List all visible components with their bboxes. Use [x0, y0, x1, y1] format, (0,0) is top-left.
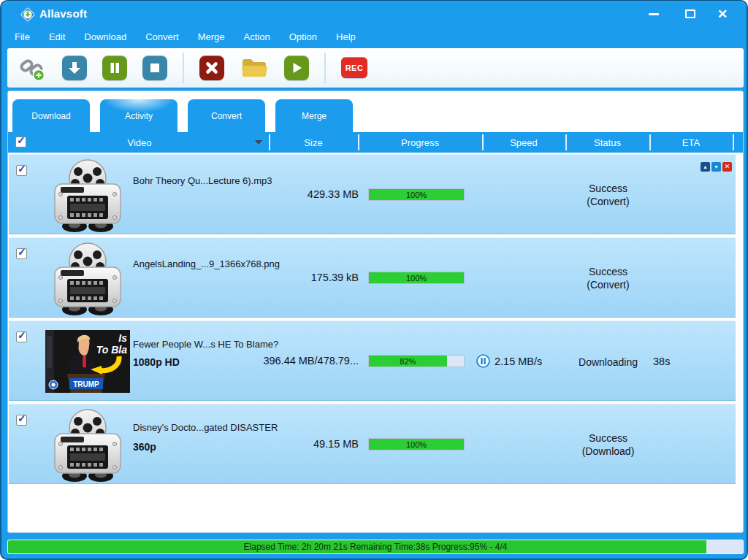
menu-action[interactable]: Action [244, 31, 270, 42]
toolbar-separator [324, 53, 326, 83]
tab-download[interactable]: Download [12, 99, 90, 132]
check-icon: ✓ [18, 163, 26, 174]
overall-progress-bar: Elapsed Time: 2h 20m 21s Remaining Time:… [7, 540, 744, 554]
row-title: Disney's Docto...gated DISASTER [133, 422, 278, 433]
menu-file[interactable]: File [15, 31, 30, 42]
row-checkbox[interactable]: ✓ [16, 165, 27, 176]
select-all-checkbox[interactable]: ✓ [15, 137, 26, 147]
row-title: AngelsLanding_...9_1366x768.png [133, 258, 280, 269]
menu-merge[interactable]: Merge [198, 31, 225, 42]
row-status: Success(Convert) [566, 182, 650, 208]
minimize-button[interactable] [641, 6, 666, 22]
progress-label: 82% [400, 357, 416, 366]
column-eta[interactable]: ETA [649, 132, 733, 153]
progress-bar: 100% [368, 438, 465, 450]
row-status: Success(Convert) [566, 265, 650, 291]
pause-button[interactable] [102, 55, 127, 80]
column-speed[interactable]: Speed [482, 132, 565, 153]
tab-convert[interactable]: Convert [188, 99, 265, 132]
column-progress[interactable]: Progress [358, 132, 482, 153]
table-row[interactable]: ✓ Disney's Docto...gated DISASTER 360p 4 [9, 404, 736, 484]
tab-activity[interactable]: Activity [100, 99, 178, 132]
record-button[interactable]: REC [341, 57, 367, 78]
row-quality: 1080p HD [133, 356, 180, 368]
row-size: 429.33 MB [255, 188, 359, 200]
progress-bar: 82% [368, 355, 465, 367]
column-separator [733, 134, 734, 150]
delete-button[interactable] [199, 55, 224, 80]
progress-label: 100% [406, 191, 427, 199]
row-status: Success(Download) [566, 431, 650, 458]
row-checkbox[interactable]: ✓ [16, 331, 27, 342]
window-title: Allavsoft [39, 7, 87, 20]
close-button[interactable]: ✕ [710, 6, 735, 22]
menu-option[interactable]: Option [289, 31, 317, 42]
row-size: 396.44 MB/478.79... [255, 355, 359, 367]
menu-download[interactable]: Download [84, 31, 126, 42]
download-button[interactable] [62, 55, 87, 80]
folder-icon [240, 55, 268, 80]
toolbar-separator [183, 53, 184, 83]
row-speed: 2.15 MB/s [495, 356, 542, 367]
row-quality: 360p [133, 441, 156, 453]
svg-text:To Bla: To Bla [96, 344, 127, 356]
tab-convert-label: Convert [211, 111, 242, 121]
table-header: ✓ Video Size Progress Speed Status ETA [8, 132, 743, 153]
x-icon: ✕ [725, 164, 730, 170]
video-file-icon [42, 406, 133, 483]
menu-edit[interactable]: Edit [49, 31, 65, 42]
play-button[interactable] [284, 55, 309, 80]
maximize-button[interactable] [678, 6, 703, 22]
toolbar: REC [7, 48, 744, 88]
check-icon: ✓ [18, 246, 26, 258]
tab-download-label: Download [31, 111, 70, 121]
move-up-button[interactable]: ▲ [701, 162, 710, 172]
menu-help[interactable]: Help [336, 31, 356, 42]
pause-download-button[interactable] [476, 354, 490, 368]
tab-activity-label: Activity [125, 111, 153, 121]
column-size[interactable]: Size [269, 132, 358, 153]
column-video[interactable]: Video [30, 132, 249, 153]
row-checkbox[interactable]: ✓ [16, 415, 27, 426]
check-icon: ✓ [18, 413, 26, 424]
check-icon: ✓ [17, 134, 26, 146]
table-row[interactable]: ✓ TRUMP Is To Bla [9, 321, 736, 401]
svg-text:Is: Is [118, 332, 127, 344]
remove-button[interactable]: ✕ [722, 162, 732, 172]
main-panel: Download Activity Convert Merge ✓ Video … [7, 91, 744, 533]
status-text: Elapsed Time: 2h 20m 21s Remaining Time:… [8, 540, 743, 553]
row-title: Bohr Theory Qu...Lecture 6).mp3 [133, 175, 272, 186]
video-thumbnail: TRUMP Is To Bla [42, 323, 133, 400]
move-down-button[interactable]: ▼ [711, 162, 721, 172]
sort-caret-icon[interactable] [255, 140, 262, 145]
up-arrow-icon: ▲ [703, 164, 708, 169]
progress-label: 100% [406, 274, 427, 283]
row-size: 175.39 kB [255, 272, 359, 283]
play-icon [289, 61, 304, 75]
svg-text:TRUMP: TRUMP [73, 380, 99, 388]
stop-icon [148, 61, 162, 75]
menu-convert[interactable]: Convert [145, 31, 179, 42]
app-logo-icon [20, 7, 35, 22]
menu-bar: File Edit Download Convert Merge Action … [1, 26, 747, 47]
column-status[interactable]: Status [565, 132, 649, 153]
progress-label: 100% [406, 440, 427, 449]
progress-bar: 100% [368, 272, 465, 284]
row-eta: 38s [653, 356, 670, 367]
table-row[interactable]: ✓ Bo [9, 154, 736, 234]
download-arrow-icon [67, 61, 82, 75]
tab-merge[interactable]: Merge [275, 99, 353, 132]
app-window: Allavsoft ✕ File Edit Download Convert M… [0, 0, 748, 560]
row-checkbox[interactable]: ✓ [16, 248, 27, 259]
delete-x-icon [205, 61, 219, 75]
pause-icon [107, 61, 122, 75]
row-title: Fewer People W...s HE To Blame? [133, 339, 278, 350]
progress-bar: 100% [368, 188, 465, 201]
table-row[interactable]: ✓ AngelsLanding_...9_1366x768.png 175.39… [9, 237, 736, 318]
video-file-icon [42, 156, 133, 234]
tab-merge-label: Merge [302, 111, 327, 121]
stop-button[interactable] [142, 55, 167, 80]
add-url-button[interactable] [18, 55, 47, 80]
open-folder-button[interactable] [240, 55, 269, 80]
link-plus-icon [18, 54, 46, 82]
